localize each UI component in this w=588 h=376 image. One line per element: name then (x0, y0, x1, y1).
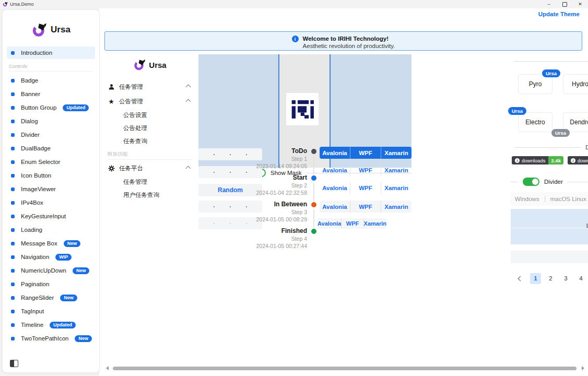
xamarin-button[interactable]: Xamarin (381, 164, 411, 176)
bullet-icon (11, 133, 15, 137)
sidebar-item-message-box[interactable]: Message BoxNew (3, 237, 99, 250)
sidebar-item-numericupdown[interactable]: NumericUpDownNew (3, 264, 99, 277)
dualbadge-divider: DualBadge (514, 144, 588, 150)
sidebar-section-label: Controls (3, 59, 99, 70)
minimize-button[interactable]: – (541, 0, 557, 8)
sidebar-item-enum-selector[interactable]: Enum Selector (3, 155, 99, 169)
close-button[interactable]: ✕ (572, 0, 588, 8)
prev-page-button[interactable] (515, 273, 526, 284)
brand-name: Ursa (51, 25, 70, 35)
loading-label: Loading... (511, 222, 588, 229)
page-button-3[interactable]: 3 (560, 273, 571, 284)
divider-toggle[interactable] (523, 178, 539, 186)
dual-badge: downloads 2.4k (568, 156, 588, 164)
bullet-icon (11, 310, 15, 313)
badge-card-electro: Electro (518, 112, 552, 132)
page-button-1[interactable]: 1 (530, 273, 541, 284)
timeline-time: 2024-01-04 22:32:58 (219, 189, 307, 196)
timeline-dot-start (311, 175, 316, 181)
sidebar-item-taginput[interactable]: TagInput (3, 304, 99, 318)
sidebar-item-imageviewer[interactable]: ImageViewer (3, 182, 99, 196)
timeline-dot-in-between (311, 202, 316, 207)
avalonia-button[interactable]: Avalonia (320, 182, 350, 194)
horizontal-scrollbar-thumb[interactable] (113, 367, 577, 370)
maximize-button[interactable] (557, 0, 572, 8)
titlebar: Ursa.Demo – ✕ (0, 0, 588, 8)
sidebar-item-introduction[interactable]: Introduction (7, 46, 95, 59)
menu-item-user-task-query[interactable]: 用户任务查询 (102, 189, 197, 202)
bullet-icon (11, 201, 15, 205)
wpf-button[interactable]: WPF (350, 147, 381, 159)
info-icon (292, 36, 299, 42)
sidebar-collapse-button[interactable] (10, 360, 18, 367)
page-button-2[interactable]: 2 (545, 273, 556, 284)
ursa-badge-gray: Ursa (551, 129, 570, 137)
welcome-banner: Welcome to IRIHI Technology! Aesthetic r… (104, 31, 582, 51)
divider-line (568, 182, 588, 182)
bullet-icon (11, 147, 15, 150)
sidebar-item-pagination[interactable]: Pagination (3, 277, 99, 291)
page-button-4[interactable]: 4 (575, 273, 586, 284)
xamarin-button[interactable]: Xamarin (363, 218, 386, 229)
status-badge: Updated (63, 104, 89, 111)
timeline-step: Step 1 (219, 155, 307, 162)
irihi-logo (286, 93, 319, 125)
loading-sub-label: Stretch (511, 230, 588, 236)
update-theme-button[interactable]: Update Theme (535, 10, 583, 18)
xamarin-button[interactable]: Xamarin (381, 182, 411, 194)
sidebar-item-rangeslider[interactable]: RangeSliderNew (3, 291, 99, 304)
timeline-step: Step 3 (219, 208, 307, 216)
timeline-title: In Between (219, 201, 307, 208)
ursa-logo-icon (133, 59, 146, 70)
timeline-dot-finished (311, 229, 316, 234)
scroll-right-arrow[interactable] (582, 366, 584, 370)
wpf-button[interactable]: WPF (341, 218, 363, 229)
sidebar-item-navigation[interactable]: NavigationWIP (3, 250, 99, 264)
sidebar-item-dialog[interactable]: Dialog (3, 114, 99, 128)
sidebar-item-timeline[interactable]: TimelineUpdated (3, 318, 99, 332)
tab-windows: Windows (515, 196, 539, 202)
wpf-button[interactable]: WPF (350, 164, 381, 176)
avalonia-button[interactable]: Avalonia (320, 201, 350, 213)
button-group-plain: Avalonia WPF Xamarin (320, 164, 411, 176)
tab-separator (545, 196, 545, 202)
xamarin-button[interactable]: Xamarin (381, 147, 411, 159)
scroll-left-arrow[interactable] (106, 366, 109, 370)
timeline-item: Start Step 2 2024-01-04 22:32:58 (219, 174, 307, 196)
menu-item-announcement-processing[interactable]: 公告处理 (102, 122, 197, 135)
ursa-logo-icon (31, 22, 47, 37)
wpf-button[interactable]: WPF (350, 182, 381, 194)
bullet-icon (11, 106, 15, 110)
sidebar-item-divider[interactable]: Divider (3, 128, 99, 142)
xamarin-button[interactable]: Xamarin (381, 201, 411, 213)
menu-item-task-management[interactable]: 任务管理 (102, 79, 197, 94)
status-badge: New (75, 335, 92, 342)
sidebar-item-loading[interactable]: Loading (3, 223, 99, 237)
sidebar-item-banner[interactable]: Banner (3, 87, 99, 101)
chevron-up-icon (186, 84, 191, 89)
sidebar-item-label: Introduction (21, 50, 52, 56)
sidebar-item-ipv4box[interactable]: IPv4Box (3, 196, 99, 209)
sidebar-item-icon-button[interactable]: Icon Button (3, 169, 99, 182)
avalonia-button[interactable]: Avalonia (320, 164, 350, 176)
sidebar-item-badge[interactable]: Badge (3, 74, 99, 87)
bullet-icon (11, 323, 15, 327)
avalonia-button[interactable]: Avalonia (320, 147, 350, 159)
timeline-step: Step 4 (219, 235, 307, 242)
sidebar-item-dualbadge[interactable]: DualBadge (3, 142, 99, 155)
menu-item-task-management-child[interactable]: 任务管理 (102, 175, 197, 189)
menu-item-announcement-settings[interactable]: 公告设置 (102, 109, 197, 122)
timeline-time: 2023-01-14 09:24:05 (219, 162, 307, 170)
menu-item-label: 任务平台 (119, 164, 143, 172)
menu-item-announcement-management[interactable]: ★ 公告管理 (102, 94, 197, 109)
avalonia-button[interactable]: Avalonia (317, 218, 341, 229)
sidebar-item-keygestureinput[interactable]: KeyGestureInput (3, 209, 99, 223)
sidebar-item-twotonepathicon[interactable]: TwoTonePathIconNew (3, 332, 99, 345)
sidebar-item-button-group[interactable]: Button GroupUpdated (3, 101, 99, 114)
menu-item-task-query[interactable]: 任务查询 (102, 135, 197, 148)
bullet-icon (11, 283, 15, 286)
menu-section-label: 附加功能 (102, 148, 197, 158)
wpf-button[interactable]: WPF (350, 201, 381, 213)
menu-item-task-platform[interactable]: 任务平台 (102, 161, 197, 175)
menu-brand-name: Ursa (149, 61, 166, 69)
